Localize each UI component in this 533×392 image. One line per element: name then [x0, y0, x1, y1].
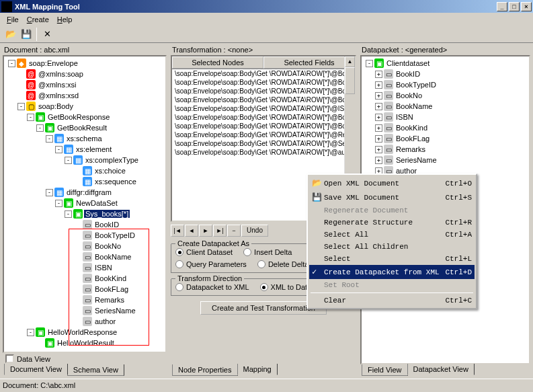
- tree-node[interactable]: ▭BookFLag: [5, 284, 164, 295]
- tree-node[interactable]: @@xmlns:xsi: [5, 79, 164, 90]
- expand-icon[interactable]: -: [55, 200, 63, 207]
- context-menu-item[interactable]: ✓Create Datapacket from XMLCtrl+D: [309, 265, 475, 279]
- tree-node[interactable]: +▭Remarks: [363, 144, 528, 155]
- tree-node[interactable]: -▣GetBookResponse: [5, 112, 164, 122]
- menu-file[interactable]: File: [3, 14, 23, 25]
- list-row[interactable]: \soap:Envelope\soap:Body\Get \ROWDATA\RO…: [172, 78, 355, 87]
- col-selected-fields[interactable]: Selected Fields: [263, 56, 355, 69]
- tree-node[interactable]: -▦xs:complexType: [5, 155, 164, 165]
- expand-icon[interactable]: -: [8, 60, 15, 67]
- tree-node[interactable]: +▭SeriesName: [363, 155, 528, 165]
- tree-node[interactable]: +▭BookName: [363, 101, 528, 112]
- radio-insert-delta[interactable]: Insert Delta: [243, 248, 292, 256]
- tab-node-properties[interactable]: Node Properties: [172, 364, 238, 376]
- document-tree[interactable]: -◆soap:Envelope@@xmlns:soap@@xmlns:xsi@@…: [3, 55, 167, 353]
- context-menu-item[interactable]: Regenerate StructureCtrl+R: [309, 217, 475, 229]
- tree-node[interactable]: -▦diffgr:diffgram: [5, 187, 164, 198]
- expand-icon[interactable]: +: [375, 124, 382, 132]
- tab-datapacket-view[interactable]: Datapacket View: [407, 364, 475, 375]
- maximize-button[interactable]: □: [509, 2, 520, 11]
- tab-field-view[interactable]: Field View: [362, 364, 408, 376]
- delete-button[interactable]: ✕: [40, 27, 55, 42]
- nav-prev[interactable]: ◄: [185, 225, 198, 237]
- tree-node[interactable]: ▭Remarks: [5, 295, 164, 305]
- tree-node[interactable]: +▭BookTypeID: [363, 79, 528, 90]
- open-button[interactable]: 📂: [3, 27, 18, 42]
- tree-node[interactable]: -▣Sys_books[*]: [5, 208, 164, 219]
- nav-next[interactable]: ►: [199, 225, 212, 237]
- context-menu-item[interactable]: 📂Open XML DocumentCtrl+O: [309, 176, 475, 190]
- expand-icon[interactable]: -: [36, 124, 44, 132]
- expand-icon[interactable]: -: [27, 114, 34, 121]
- tree-node[interactable]: -◆soap:Envelope: [5, 58, 164, 69]
- tree-node[interactable]: ▭SeriesName: [5, 305, 164, 316]
- expand-icon[interactable]: +: [375, 114, 382, 121]
- context-menu-item[interactable]: SelectCtrl+L: [309, 253, 475, 265]
- tree-node[interactable]: +▭ISBN: [363, 112, 528, 122]
- tree-node[interactable]: -▦xs:schema: [5, 133, 164, 144]
- tree-node[interactable]: ▭BookKind: [5, 273, 164, 284]
- radio-query-params[interactable]: Query Parameters: [175, 260, 247, 268]
- expand-icon[interactable]: +: [375, 103, 382, 110]
- list-row[interactable]: \soap:Envelope\soap:Body\Get \ROWDATA\RO…: [172, 148, 355, 157]
- tab-document-view[interactable]: Document View: [4, 364, 68, 375]
- expand-icon[interactable]: +: [375, 135, 382, 143]
- tree-node[interactable]: -▣HelloWorldResponse: [5, 327, 164, 338]
- tree-node[interactable]: +▭BookFLag: [363, 133, 528, 144]
- expand-icon[interactable]: -: [27, 329, 34, 336]
- menu-help[interactable]: Help: [53, 14, 77, 25]
- undo-button[interactable]: Undo: [241, 225, 268, 237]
- tree-node[interactable]: ▭BookName: [5, 251, 164, 262]
- expand-icon[interactable]: +: [375, 71, 382, 78]
- list-row[interactable]: \soap:Envelope\soap:Body\Get \ROWDATA\RO…: [172, 130, 355, 139]
- list-row[interactable]: \soap:Envelope\soap:Body\Get \ROWDATA\RO…: [172, 95, 355, 104]
- nav-first[interactable]: |◄: [171, 225, 184, 237]
- expand-icon[interactable]: -: [366, 60, 373, 67]
- tree-node[interactable]: +▭BookID: [363, 69, 528, 79]
- tree-node[interactable]: ▦xs:choice: [5, 165, 164, 176]
- radio-dp-to-xml[interactable]: Datapacket to XML: [175, 283, 249, 291]
- col-selected-nodes[interactable]: Selected Nodes: [172, 56, 263, 69]
- dataview-checkbox[interactable]: [5, 354, 14, 363]
- list-row[interactable]: \soap:Envelope\soap:Body\Get \ROWDATA\RO…: [172, 69, 355, 78]
- expand-icon[interactable]: +: [375, 81, 382, 89]
- nav-last[interactable]: ►|: [213, 225, 227, 237]
- tree-node[interactable]: ▭BookNo: [5, 241, 164, 251]
- tree-node[interactable]: ▭BookTypeID: [5, 230, 164, 241]
- expand-icon[interactable]: -: [65, 157, 72, 164]
- tree-node[interactable]: @@xmlns:soap: [5, 69, 164, 79]
- expand-icon[interactable]: -: [46, 189, 53, 196]
- context-menu-item[interactable]: ClearCtrl+C: [309, 295, 475, 307]
- tree-node[interactable]: ▣HelloWorldResult: [5, 338, 164, 348]
- expand-icon[interactable]: -: [65, 210, 72, 218]
- expand-icon[interactable]: +: [375, 146, 382, 153]
- radio-delete-delta[interactable]: Delete Delta: [257, 260, 309, 268]
- expand-icon[interactable]: -: [17, 103, 25, 110]
- context-menu-item[interactable]: Select AllCtrl+A: [309, 229, 475, 241]
- context-menu-item[interactable]: Select All Children: [309, 241, 475, 253]
- radio-client-dataset[interactable]: Client Dataset: [175, 248, 233, 256]
- tree-node[interactable]: -▦xs:element: [5, 144, 164, 155]
- save-button[interactable]: 💾: [18, 27, 34, 42]
- tab-schema-view[interactable]: Schema View: [67, 364, 124, 376]
- tree-node[interactable]: -▢soap:Body: [5, 101, 164, 112]
- list-row[interactable]: \soap:Envelope\soap:Body\Get \ROWDATA\RO…: [172, 87, 355, 95]
- tree-node[interactable]: @@xmlns:xsd: [5, 90, 164, 101]
- list-row[interactable]: \soap:Envelope\soap:Body\Get \ROWDATA\RO…: [172, 113, 355, 122]
- expand-icon[interactable]: +: [375, 92, 382, 100]
- close-button[interactable]: ×: [521, 2, 532, 11]
- list-row[interactable]: \soap:Envelope\soap:Body\Get \ROWDATA\RO…: [172, 104, 355, 113]
- tree-node[interactable]: -▣NewDataSet: [5, 198, 164, 208]
- context-menu-item[interactable]: 💾Save XML DocumentCtrl+S: [309, 190, 475, 204]
- expand-icon[interactable]: -: [55, 146, 63, 153]
- minimize-button[interactable]: _: [497, 2, 507, 11]
- tree-node[interactable]: -▣Clientdataset: [363, 58, 528, 69]
- tab-mapping[interactable]: Mapping: [237, 364, 278, 375]
- tree-node[interactable]: +▭BookNo: [363, 90, 528, 101]
- nav-minus[interactable]: −: [227, 225, 241, 237]
- tree-node[interactable]: ▦xs:sequence: [5, 176, 164, 187]
- list-row[interactable]: \soap:Envelope\soap:Body\Get \ROWDATA\RO…: [172, 139, 355, 148]
- tree-node[interactable]: +▭BookKind: [363, 122, 528, 133]
- menu-create[interactable]: Create: [23, 14, 53, 25]
- tree-node[interactable]: ▭ISBN: [5, 262, 164, 273]
